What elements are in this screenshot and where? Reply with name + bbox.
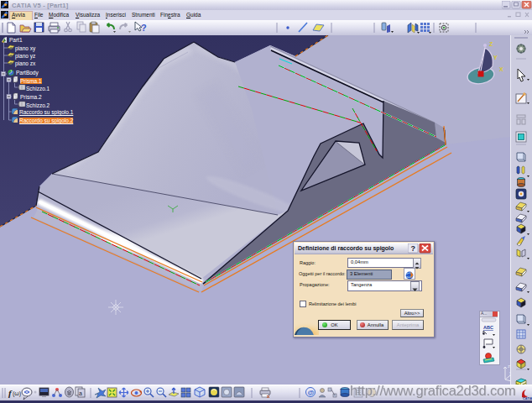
svg-text:X: X — [499, 66, 503, 72]
svg-text:CATIA: CATIA — [523, 397, 532, 400]
svg-text:?: ? — [141, 23, 147, 33]
svg-text:Y: Y — [493, 55, 498, 60]
svg-text:?: ? — [411, 244, 416, 253]
svg-text:(ω): (ω) — [13, 390, 21, 397]
svg-text:@: @ — [308, 389, 315, 396]
svg-text:ABC: ABC — [483, 325, 493, 330]
svg-text:a: a — [79, 390, 82, 396]
svg-text:Z: Z — [489, 41, 493, 47]
